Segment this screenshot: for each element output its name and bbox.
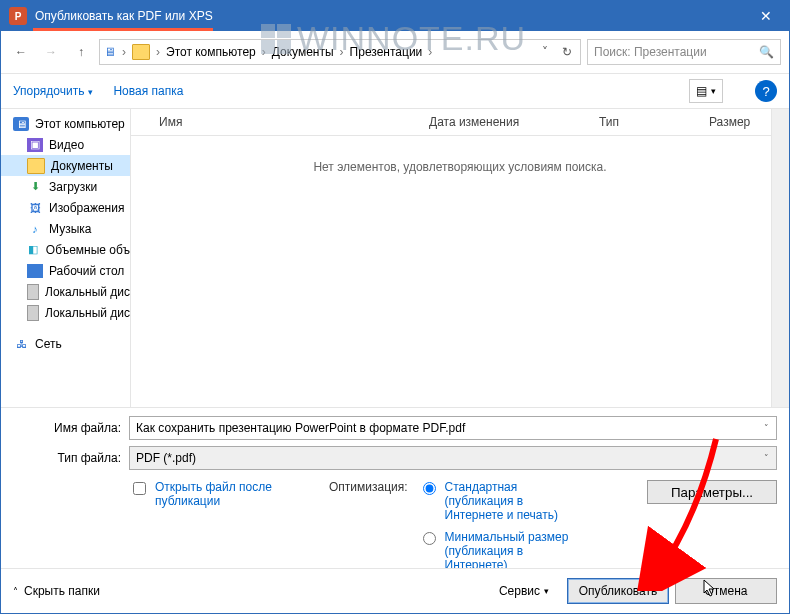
view-icon: ▤ bbox=[696, 84, 707, 98]
tree-this-pc[interactable]: 🖥Этот компьютер bbox=[1, 113, 130, 134]
filetype-label: Тип файла: bbox=[13, 451, 129, 465]
toolbar: Упорядочить Новая папка ▤▾ ? bbox=[1, 73, 789, 109]
music-icon: ♪ bbox=[27, 222, 43, 236]
col-name[interactable]: Имя bbox=[159, 115, 429, 129]
filename-label: Имя файла: bbox=[13, 421, 129, 435]
radio-standard[interactable]: Стандартная (публикация в Интернете и пе… bbox=[418, 480, 578, 522]
tree-music[interactable]: ♪Музыка bbox=[1, 218, 130, 239]
tree-network[interactable]: 🖧Сеть bbox=[1, 333, 130, 354]
tree-documents[interactable]: Документы bbox=[1, 155, 130, 176]
cancel-button[interactable]: Отмена bbox=[675, 578, 777, 604]
new-folder-button[interactable]: Новая папка bbox=[113, 84, 183, 98]
filetype-select[interactable]: PDF (*.pdf) ˅ bbox=[129, 446, 777, 470]
forward-button[interactable]: → bbox=[39, 40, 63, 64]
organize-menu[interactable]: Упорядочить bbox=[13, 84, 93, 98]
folder-icon bbox=[132, 44, 150, 60]
search-input[interactable]: Поиск: Презентации 🔍 bbox=[587, 39, 781, 65]
picture-icon: 🖼 bbox=[27, 201, 43, 215]
col-date[interactable]: Дата изменения bbox=[429, 115, 599, 129]
tools-menu[interactable]: Сервис▾ bbox=[499, 584, 549, 598]
options-button[interactable]: Параметры... bbox=[647, 480, 777, 504]
folder-icon bbox=[27, 158, 45, 174]
open-after-checkbox[interactable]: Открыть файл после публикации bbox=[129, 480, 299, 572]
desktop-icon bbox=[27, 264, 43, 278]
network-icon: 🖧 bbox=[13, 337, 29, 351]
tree-videos[interactable]: ▣Видео bbox=[1, 134, 130, 155]
col-type[interactable]: Тип bbox=[599, 115, 709, 129]
back-button[interactable]: ← bbox=[9, 40, 33, 64]
video-icon: ▣ bbox=[27, 138, 43, 152]
tree-3d[interactable]: ◧Объемные объ bbox=[1, 239, 130, 260]
tree-disk-d[interactable]: Локальный дис bbox=[1, 302, 130, 323]
download-icon: ⬇ bbox=[27, 180, 43, 194]
disk-icon bbox=[27, 284, 39, 300]
view-mode-button[interactable]: ▤▾ bbox=[689, 79, 723, 103]
up-button[interactable]: ↑ bbox=[69, 40, 93, 64]
pc-icon: 🖥 bbox=[104, 45, 116, 59]
address-dropdown-icon[interactable]: ˅ bbox=[536, 45, 554, 59]
breadcrumb[interactable]: 🖥 › › Этот компьютер › Документы › Презе… bbox=[99, 39, 581, 65]
crumb-item[interactable]: Документы bbox=[272, 45, 334, 59]
titlebar: P Опубликовать как PDF или XPS ✕ bbox=[1, 1, 789, 31]
bottom-panel: Имя файла: Как сохранить презентацию Pow… bbox=[1, 407, 789, 572]
scrollbar[interactable] bbox=[771, 109, 789, 407]
cube-icon: ◧ bbox=[27, 243, 40, 257]
tree-desktop[interactable]: Рабочий стол bbox=[1, 260, 130, 281]
search-icon: 🔍 bbox=[759, 45, 774, 59]
pc-icon: 🖥 bbox=[13, 117, 29, 131]
tree-disk-c[interactable]: Локальный дис bbox=[1, 281, 130, 302]
tree-downloads[interactable]: ⬇Загрузки bbox=[1, 176, 130, 197]
hide-folders-toggle[interactable]: ˄ Скрыть папки bbox=[13, 584, 100, 598]
help-button[interactable]: ? bbox=[755, 80, 777, 102]
file-list: Имя Дата изменения Тип Размер Нет элемен… bbox=[131, 109, 789, 407]
list-header: Имя Дата изменения Тип Размер bbox=[131, 109, 789, 136]
window-title: Опубликовать как PDF или XPS bbox=[35, 9, 213, 23]
filename-input[interactable]: Как сохранить презентацию PowerPoint в ф… bbox=[129, 416, 777, 440]
publish-button[interactable]: Опубликовать bbox=[567, 578, 669, 604]
nav-row: ← → ↑ 🖥 › › Этот компьютер › Документы ›… bbox=[1, 31, 789, 73]
crumb-item[interactable]: Этот компьютер bbox=[166, 45, 256, 59]
optimization-label: Оптимизация: bbox=[329, 480, 408, 572]
chevron-down-icon[interactable]: ˅ bbox=[758, 449, 774, 467]
refresh-icon[interactable]: ↻ bbox=[558, 45, 576, 59]
chevron-up-icon: ˄ bbox=[13, 586, 18, 597]
tree-pictures[interactable]: 🖼Изображения bbox=[1, 197, 130, 218]
radio-minimum[interactable]: Минимальный размер (публикация в Интерне… bbox=[418, 530, 578, 572]
footer: ˄ Скрыть папки Сервис▾ Опубликовать Отме… bbox=[1, 568, 789, 613]
search-placeholder: Поиск: Презентации bbox=[594, 45, 707, 59]
title-underline bbox=[33, 28, 213, 31]
crumb-item[interactable]: Презентации bbox=[350, 45, 423, 59]
app-icon: P bbox=[9, 7, 27, 25]
disk-icon bbox=[27, 305, 39, 321]
chevron-down-icon[interactable]: ˅ bbox=[758, 419, 774, 437]
nav-tree: 🖥Этот компьютер ▣Видео Документы ⬇Загруз… bbox=[1, 109, 131, 407]
empty-text: Нет элементов, удовлетворяющих условиям … bbox=[131, 160, 789, 174]
close-button[interactable]: ✕ bbox=[743, 1, 789, 31]
